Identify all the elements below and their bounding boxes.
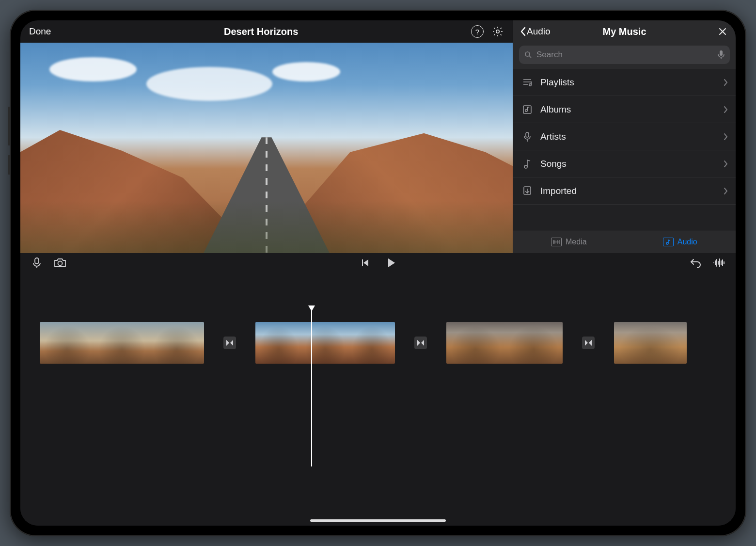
songs-icon <box>520 159 535 169</box>
settings-gear-icon[interactable] <box>491 25 504 38</box>
svg-point-1 <box>525 52 530 56</box>
svg-rect-6 <box>526 132 529 137</box>
video-preview[interactable] <box>20 43 513 253</box>
preview-graphic <box>272 62 340 81</box>
chevron-right-icon <box>724 160 728 168</box>
app-screen: Done Desert Horizons ? <box>20 20 736 526</box>
close-button[interactable] <box>716 25 729 38</box>
list-item-songs[interactable]: Songs <box>513 150 736 177</box>
clip[interactable] <box>614 322 687 364</box>
close-icon <box>718 27 727 36</box>
project-title: Desert Horizons <box>51 26 471 37</box>
audio-panel-header: Audio My Music <box>513 20 736 43</box>
chevron-right-icon <box>724 79 728 86</box>
playhead[interactable] <box>311 306 312 466</box>
help-icon[interactable]: ? <box>471 25 484 38</box>
timeline-toolbar <box>20 253 736 273</box>
audio-icon <box>663 238 674 246</box>
voiceover-mic-icon[interactable] <box>30 257 44 269</box>
svg-rect-10 <box>35 258 39 264</box>
undo-icon[interactable] <box>689 257 703 269</box>
video-track[interactable] <box>20 321 736 365</box>
media-icon <box>551 238 562 246</box>
clip[interactable] <box>446 322 563 364</box>
chevron-right-icon <box>724 133 728 141</box>
list-item-imported[interactable]: Imported <box>513 177 736 205</box>
tab-label: Media <box>566 238 587 246</box>
editor-header: Done Desert Horizons ? <box>20 20 513 43</box>
back-label: Audio <box>527 26 551 37</box>
list-item-label: Songs <box>540 159 567 169</box>
chevron-right-icon <box>724 187 728 195</box>
preview-graphic <box>20 201 513 254</box>
svg-rect-2 <box>720 50 723 56</box>
editor-pane: Done Desert Horizons ? <box>20 20 513 253</box>
audio-waveform-icon[interactable] <box>712 257 726 269</box>
back-button[interactable]: Audio <box>520 26 551 37</box>
dictation-mic-icon[interactable] <box>717 50 725 60</box>
timeline[interactable] <box>20 273 736 526</box>
svg-point-11 <box>58 261 63 266</box>
artists-icon <box>520 131 535 142</box>
music-categories-list[interactable]: Playlists Albums <box>513 69 736 230</box>
imported-icon <box>520 186 535 196</box>
tab-media[interactable]: Media <box>513 230 625 253</box>
list-item-albums[interactable]: Albums <box>513 96 736 123</box>
clip[interactable] <box>255 322 395 364</box>
search-icon <box>524 50 533 59</box>
svg-point-7 <box>524 165 527 168</box>
chevron-left-icon <box>520 27 526 36</box>
svg-point-0 <box>496 30 499 33</box>
preview-graphic <box>146 67 272 101</box>
hardware-button <box>8 155 10 175</box>
albums-icon <box>520 105 535 114</box>
hardware-volume-button <box>8 107 10 145</box>
skip-back-icon[interactable] <box>358 257 372 269</box>
list-item-label: Artists <box>540 131 566 142</box>
home-indicator[interactable] <box>310 519 446 522</box>
list-item-label: Imported <box>540 186 577 196</box>
tab-audio[interactable]: Audio <box>625 230 736 253</box>
play-icon[interactable] <box>384 257 398 269</box>
audio-browser-panel: Audio My Music <box>513 20 736 253</box>
transition-icon[interactable] <box>582 337 595 349</box>
done-button[interactable]: Done <box>29 26 51 37</box>
browser-tabs: Media Audio <box>513 230 736 253</box>
playlists-icon <box>520 78 535 87</box>
ipad-frame: Done Desert Horizons ? <box>10 10 746 536</box>
camera-icon[interactable] <box>53 257 67 269</box>
clip[interactable] <box>40 322 204 364</box>
list-item-label: Albums <box>540 104 571 115</box>
list-item-artists[interactable]: Artists <box>513 123 736 150</box>
preview-graphic <box>49 57 137 81</box>
transition-icon[interactable] <box>223 337 236 349</box>
transition-icon[interactable] <box>414 337 427 349</box>
list-item-label: Playlists <box>540 77 574 88</box>
search-field[interactable] <box>519 46 730 64</box>
list-item-playlists[interactable]: Playlists <box>513 69 736 96</box>
chevron-right-icon <box>724 106 728 113</box>
search-input[interactable] <box>536 50 717 60</box>
tab-label: Audio <box>677 238 697 246</box>
